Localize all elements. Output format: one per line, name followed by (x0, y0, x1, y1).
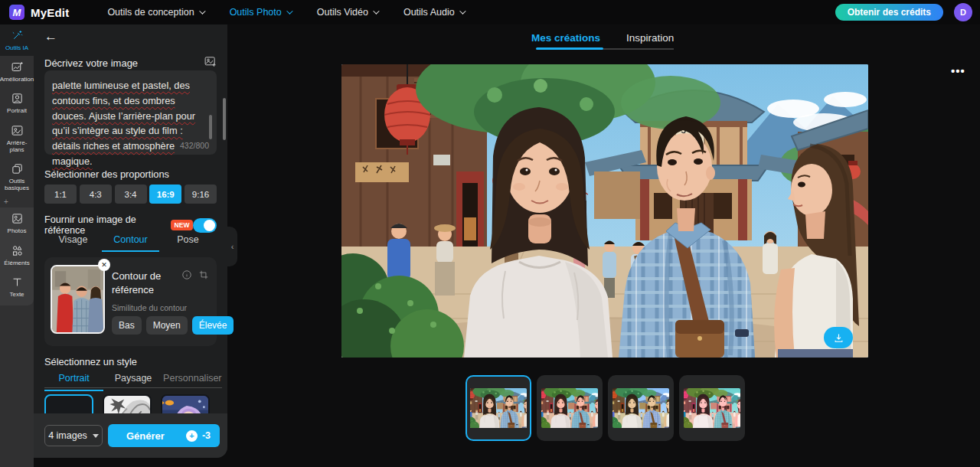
reference-tabs: Visage Contour Pose (44, 234, 217, 252)
generated-artwork (341, 64, 868, 358)
level-bas[interactable]: Bas (112, 316, 142, 335)
info-icon[interactable] (181, 269, 192, 280)
result-thumbnail-1[interactable] (466, 375, 531, 441)
top-navbar: M MyEdit Outils de conception Outils Pho… (0, 0, 980, 24)
sidebar-item-amelioration[interactable]: Amélioration (0, 56, 34, 87)
menu-label: Outils de conception (107, 7, 194, 18)
sidebar-item-arriere-plans[interactable]: Arrière-plans (0, 119, 34, 158)
ratio-4-3[interactable]: 4:3 (80, 185, 112, 204)
image-to-prompt-icon[interactable] (204, 55, 217, 70)
style-tabs-divider (44, 387, 222, 388)
sidebar-item-label: Portrait (7, 107, 27, 114)
tab-visage[interactable]: Visage (44, 234, 102, 252)
style-tab-paysage[interactable]: Paysage (103, 373, 162, 391)
style-tabs: Portrait Paysage Personnaliser (44, 373, 222, 391)
toggle-knob (204, 220, 215, 231)
tab-contour[interactable]: Contour (102, 234, 159, 252)
ratio-16-9[interactable]: 16:9 (149, 185, 181, 204)
image-count-select[interactable]: 4 images (44, 425, 103, 446)
background-icon (11, 124, 24, 137)
style-tab-personnaliser[interactable]: Personnaliser (163, 373, 222, 391)
user-avatar[interactable]: D (954, 3, 972, 21)
menu-outils-conception[interactable]: Outils de conception (107, 7, 203, 18)
magic-wand-icon (11, 29, 24, 42)
reference-label: Fournir une image de référence (44, 214, 166, 236)
generate-cost: -3 (202, 430, 211, 441)
chevron-down-icon (373, 8, 379, 14)
photos-icon (11, 212, 24, 225)
prompt-textarea[interactable]: palette lumineuse et pastel, des contour… (44, 70, 217, 155)
chevron-down-icon (286, 8, 292, 14)
back-button[interactable]: ← (44, 29, 57, 44)
reference-card: ✕ Contour de référence Similitude du con… (44, 257, 217, 346)
sidebar-item-label: Arrière-plans (1, 139, 33, 153)
more-options-button[interactable]: ••• (951, 64, 965, 77)
reference-card-title: Contour de référence (112, 269, 185, 296)
char-counter: 432/800 (180, 141, 209, 150)
result-thumbnail-2[interactable] (537, 375, 603, 441)
panel-scrollbar[interactable] (223, 98, 226, 140)
sidebar-item-label: Amélioration (0, 76, 34, 83)
prompt-scrollbar[interactable] (209, 115, 212, 139)
tab-inspiration[interactable]: Inspiration (626, 32, 674, 44)
crop-icon[interactable] (198, 269, 209, 280)
tab-pose[interactable]: Pose (159, 234, 217, 252)
get-credits-button[interactable]: Obtenir des crédits (835, 4, 943, 21)
generate-label: Générer (126, 430, 165, 442)
image-sparkle-icon (11, 60, 24, 73)
sidebar-item-portrait[interactable]: Portrait (0, 87, 34, 119)
style-section-label: Sélectionnez un style (44, 356, 137, 367)
rail-add-label: + (0, 196, 34, 207)
menu-outils-audio[interactable]: Outils Audio (403, 7, 464, 18)
ratio-options: 1:1 4:3 3:4 16:9 9:16 (44, 185, 217, 204)
tab-mes-creations[interactable]: Mes créations (531, 32, 600, 44)
result-thumbnail-4[interactable] (679, 375, 745, 441)
style-tab-portrait[interactable]: Portrait (44, 373, 103, 391)
myedit-logo-icon: M (9, 5, 24, 20)
active-tab-underline (536, 47, 603, 50)
result-thumbnails (466, 375, 745, 441)
creations-tabs: Mes créations Inspiration (531, 32, 674, 44)
credit-icon: + (186, 430, 198, 442)
sidebar-item-label: Photos (8, 227, 27, 234)
menu-outils-photo[interactable]: Outils Photo (230, 7, 291, 18)
result-thumbnail-3[interactable] (608, 375, 674, 441)
ratio-1-1[interactable]: 1:1 (44, 185, 77, 204)
sidebar-item-elements[interactable]: Éléments (0, 240, 34, 271)
generate-button[interactable]: Générer + -3 (108, 424, 220, 447)
chevron-down-icon (199, 8, 205, 14)
layers-icon (11, 162, 24, 175)
sidebar-item-label: Outils basiques (1, 178, 33, 191)
sidebar-item-outils-ia[interactable]: Outils IA (0, 24, 34, 56)
sidebar-item-label: Texte (9, 291, 24, 298)
image-count-value: 4 images (48, 430, 87, 441)
prompt-label: Décrivez votre image (44, 57, 138, 69)
ratio-section-label: Sélectionner des proportions (44, 168, 169, 180)
sidebar-item-outils-basiques[interactable]: Outils basiques (0, 158, 34, 196)
sidebar-item-label: Outils IA (5, 44, 28, 51)
chevron-down-icon (459, 8, 466, 14)
ratio-9-16[interactable]: 9:16 (185, 185, 217, 204)
ratio-3-4[interactable]: 3:4 (115, 185, 147, 204)
brand-name: MyEdit (31, 6, 69, 19)
download-button[interactable] (824, 327, 853, 348)
menu-outils-video[interactable]: Outils Vidéo (317, 7, 377, 18)
menu-label: Outils Vidéo (317, 7, 368, 18)
reference-toggle[interactable] (193, 218, 217, 233)
sidebar-item-photos[interactable]: Photos (0, 207, 34, 239)
panel-collapse-handle[interactable]: ‹ (227, 227, 237, 266)
main-menu: Outils de conception Outils Photo Outils… (107, 7, 463, 18)
reference-image-thumbnail[interactable] (51, 265, 105, 334)
menu-label: Outils Photo (230, 7, 282, 18)
new-badge: NEW (171, 220, 194, 230)
level-moyen[interactable]: Moyen (146, 316, 188, 335)
portrait-icon (11, 92, 24, 105)
generator-panel: ← Décrivez votre image palette lumineuse… (34, 24, 227, 458)
brand-logo[interactable]: M MyEdit (9, 5, 69, 20)
menu-label: Outils Audio (403, 7, 455, 18)
remove-reference-button[interactable]: ✕ (98, 259, 110, 271)
shapes-icon (11, 244, 24, 257)
prompt-text: palette lumineuse et pastel, des contour… (52, 78, 206, 169)
level-elevee[interactable]: Élevée (192, 316, 234, 335)
sidebar-item-texte[interactable]: Texte (0, 271, 34, 302)
